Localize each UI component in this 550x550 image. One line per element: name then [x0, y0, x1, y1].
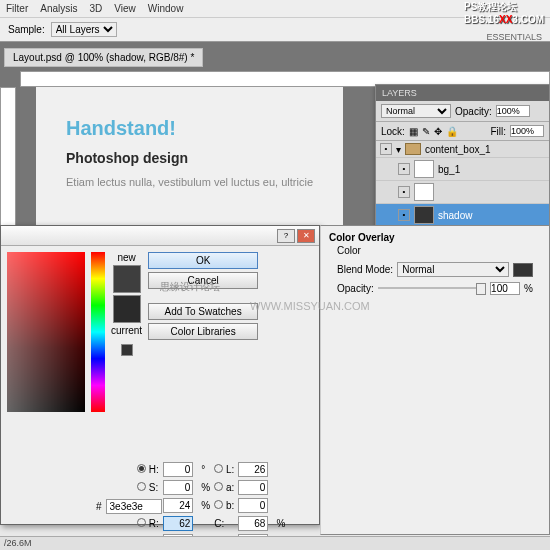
radio-lb[interactable]: [214, 500, 223, 509]
lock-all-icon[interactable]: 🔒: [446, 126, 458, 137]
gamut-warning-icon[interactable]: [121, 344, 133, 356]
menu-window[interactable]: Window: [148, 3, 184, 14]
layer-label: bg_1: [438, 164, 460, 175]
blend-mode-select[interactable]: Normal: [381, 104, 451, 118]
layer-thumb: [414, 183, 434, 201]
menu-view[interactable]: View: [114, 3, 136, 14]
layer-thumb: [414, 160, 434, 178]
lock-paint-icon[interactable]: ✎: [422, 126, 430, 137]
menu-analysis[interactable]: Analysis: [40, 3, 77, 14]
layer-row[interactable]: • bg_1: [376, 158, 549, 181]
layer-row[interactable]: •: [376, 181, 549, 204]
h-input[interactable]: [163, 462, 193, 477]
radio-h[interactable]: [137, 464, 146, 473]
color-libraries-button[interactable]: Color Libraries: [148, 323, 258, 340]
radio-l[interactable]: [214, 464, 223, 473]
forum-watermark: PS教程论坛 BBS.16XX3.COM: [464, 0, 544, 25]
visibility-icon[interactable]: •: [398, 209, 410, 221]
overlay-opacity-label: Opacity:: [337, 283, 374, 294]
current-label: current: [111, 325, 142, 336]
overlay-blend-select[interactable]: Normal: [397, 262, 509, 277]
overlay-color-swatch[interactable]: [513, 263, 533, 277]
c-input[interactable]: [238, 516, 268, 531]
lb-input[interactable]: [238, 498, 268, 513]
folder-icon: [405, 143, 421, 155]
lock-transparency-icon[interactable]: ▦: [409, 126, 418, 137]
layer-thumb: [414, 206, 434, 224]
layers-header: LAYERS: [376, 85, 549, 101]
layer-label: content_box_1: [425, 144, 491, 155]
layer-row-selected[interactable]: • shadow: [376, 204, 549, 227]
hex-input[interactable]: [106, 499, 162, 514]
new-swatch: [113, 265, 141, 293]
sample-dropdown[interactable]: All Layers: [51, 22, 117, 37]
lock-position-icon[interactable]: ✥: [434, 126, 442, 137]
workspace-essentials[interactable]: ESSENTIALS: [486, 32, 542, 42]
fill-label: Fill:: [490, 126, 506, 137]
help-button[interactable]: ?: [277, 229, 295, 243]
page-subtitle: Photoshop design: [66, 150, 313, 166]
overlay-subtitle: Color: [321, 245, 549, 260]
radio-a[interactable]: [214, 482, 223, 491]
hue-slider[interactable]: [91, 252, 105, 412]
s-input[interactable]: [163, 480, 193, 495]
sample-label: Sample:: [8, 24, 45, 35]
disclosure-icon[interactable]: ▾: [396, 144, 401, 155]
opacity-label: Opacity:: [455, 106, 492, 117]
color-picker-dialog: ? ✕ new current OK Cancel Add To Swatche…: [0, 225, 320, 525]
color-field[interactable]: [7, 252, 85, 412]
radio-r[interactable]: [137, 518, 146, 527]
menu-3d[interactable]: 3D: [89, 3, 102, 14]
current-swatch: [113, 295, 141, 323]
close-button[interactable]: ✕: [297, 229, 315, 243]
r-input[interactable]: [163, 516, 193, 531]
page-body: Etiam lectus nulla, vestibulum vel luctu…: [66, 176, 313, 188]
page-title: Handstand!: [66, 117, 313, 140]
blend-mode-label: Blend Mode:: [337, 264, 393, 275]
ok-button[interactable]: OK: [148, 252, 258, 269]
center-watermark: WWW.MISSYUAN.COM: [250, 300, 370, 312]
ruler-vertical: [0, 87, 16, 247]
canvas: Handstand! Photoshop design Etiam lectus…: [36, 87, 343, 247]
visibility-icon[interactable]: •: [380, 143, 392, 155]
new-label: new: [117, 252, 135, 263]
layers-panel: LAYERS Normal Opacity: Lock: ▦ ✎ ✥ 🔒 Fil…: [375, 84, 550, 228]
layer-label: shadow: [438, 210, 472, 221]
a-input[interactable]: [238, 480, 268, 495]
overlay-title: Color Overlay: [321, 226, 549, 245]
opacity-input[interactable]: [496, 105, 530, 117]
l-input[interactable]: [238, 462, 268, 477]
add-swatch-button[interactable]: Add To Swatches: [148, 303, 258, 320]
radio-s[interactable]: [137, 482, 146, 491]
overlay-opacity-input[interactable]: [490, 282, 520, 295]
lock-label: Lock:: [381, 126, 405, 137]
b-input[interactable]: [163, 498, 193, 513]
document-tab[interactable]: Layout.psd @ 100% (shadow, RGB/8#) *: [4, 48, 203, 67]
status-bar: /26.6M: [0, 536, 550, 550]
visibility-icon[interactable]: •: [398, 186, 410, 198]
layer-group[interactable]: • ▾ content_box_1: [376, 141, 549, 158]
layer-style-panel: Color Overlay Color Blend Mode: Normal O…: [320, 225, 550, 535]
dialog-titlebar[interactable]: ? ✕: [1, 226, 319, 246]
visibility-icon[interactable]: •: [398, 163, 410, 175]
cn-watermark: 思缘设计论坛: [160, 280, 220, 294]
fill-input[interactable]: [510, 125, 544, 137]
menu-filter[interactable]: Filter: [6, 3, 28, 14]
hex-label: #: [96, 501, 102, 512]
overlay-opacity-slider[interactable]: [378, 281, 486, 295]
